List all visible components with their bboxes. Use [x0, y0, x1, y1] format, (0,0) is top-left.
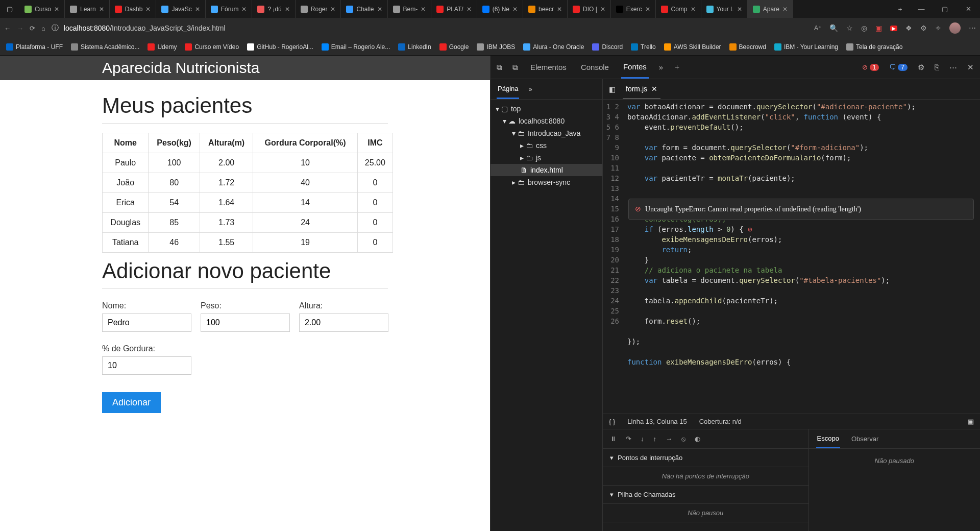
- browser-tab[interactable]: ? ¡dú✕: [252, 0, 295, 18]
- customize-icon[interactable]: ⎘: [935, 63, 939, 71]
- text-size-icon[interactable]: A⁺: [814, 25, 821, 32]
- new-tab-button[interactable]: ＋: [890, 0, 910, 18]
- browser-tab[interactable]: Your L✕: [701, 0, 748, 18]
- input-nome[interactable]: [102, 313, 191, 332]
- refresh-button[interactable]: ⟳: [30, 25, 35, 32]
- ext-icon-2[interactable]: ▣: [875, 24, 882, 32]
- navtab-more-icon[interactable]: »: [528, 85, 532, 93]
- tab-sources[interactable]: Fontes: [621, 56, 649, 79]
- ext-icon-3[interactable]: ▶: [890, 26, 897, 31]
- browser-tab[interactable]: JavaSc✕: [156, 0, 205, 18]
- input-peso[interactable]: [201, 313, 290, 332]
- read-aloud-icon[interactable]: 🔍: [829, 24, 838, 32]
- tree-folder[interactable]: ▾ 🗀 Introducao_Java: [491, 127, 602, 139]
- browser-tab[interactable]: Exerc✕: [611, 0, 656, 18]
- tab-console[interactable]: Console: [579, 57, 611, 78]
- menu-button[interactable]: ⋯: [969, 24, 976, 32]
- bookmark-item[interactable]: Email – Rogerio Ale...: [322, 43, 390, 51]
- bookmark-item[interactable]: Discord: [592, 43, 623, 51]
- bookmark-item[interactable]: Tela de gravação: [846, 43, 902, 51]
- bookmark-item[interactable]: AWS Skill Builder: [664, 43, 721, 51]
- step-icon[interactable]: →: [666, 435, 672, 443]
- bookmark-item[interactable]: GitHub - RogerioAl...: [247, 43, 313, 51]
- add-tab-icon[interactable]: ＋: [673, 62, 681, 72]
- error-tooltip: ⊘Uncaught TypeError: Cannot read propert…: [628, 199, 974, 220]
- error-count[interactable]: ⊘ 1: [862, 63, 879, 71]
- code-editor[interactable]: 1 2 3 4 5 6 7 8 9 10 11 12 13 14 15 16 1…: [603, 100, 980, 414]
- tab-actions-icon[interactable]: ▢: [0, 0, 19, 18]
- navtab-page[interactable]: Página: [497, 80, 519, 99]
- close-window-button[interactable]: ✕: [957, 0, 980, 18]
- tree-css[interactable]: ▸ 🗀 css: [491, 139, 602, 152]
- col-header: Peso(kg): [149, 133, 200, 153]
- device-toggle-icon[interactable]: ⧉: [497, 63, 502, 72]
- submit-button[interactable]: Adicionar: [102, 392, 161, 413]
- editor-tab-formjs[interactable]: form.js ✕: [623, 80, 660, 99]
- ext-icon-1[interactable]: ◎: [861, 24, 867, 32]
- ext-icon-4[interactable]: ❖: [905, 24, 912, 32]
- browser-tab[interactable]: (6) Ne✕: [477, 0, 523, 18]
- close-devtools-icon[interactable]: ✕: [967, 63, 974, 72]
- more-tabs-icon[interactable]: »: [659, 63, 663, 71]
- info-icon[interactable]: ⓘ: [52, 23, 59, 33]
- bookmark-item[interactable]: IBM - Your Learning: [774, 43, 838, 51]
- step-out-icon[interactable]: ↑: [653, 435, 657, 443]
- ext-icon-5[interactable]: ⚙: [920, 24, 927, 32]
- pause-icon[interactable]: ⏸: [610, 435, 617, 443]
- close-file-icon[interactable]: ✕: [651, 85, 657, 93]
- deactivate-bp-icon[interactable]: ⦸: [681, 435, 685, 443]
- warning-count[interactable]: 🗨 7: [889, 63, 908, 71]
- input-altura[interactable]: [299, 313, 388, 332]
- dock-icon[interactable]: ⧉: [512, 63, 518, 72]
- tab-scope[interactable]: Escopo: [816, 430, 840, 448]
- browser-tab[interactable]: Learn✕: [65, 0, 110, 18]
- bookmark-item[interactable]: LinkedIn: [398, 43, 431, 51]
- browser-tab[interactable]: Challe✕: [341, 0, 387, 18]
- bookmark-item[interactable]: Alura - One Oracle: [523, 43, 584, 51]
- tree-top[interactable]: ▾ ▢ top: [491, 103, 602, 115]
- browser-tab[interactable]: Fórum✕: [206, 0, 253, 18]
- back-button[interactable]: ←: [4, 25, 11, 32]
- breakpoints-header[interactable]: ▾ Pontos de interrupção: [603, 449, 808, 467]
- browser-tab[interactable]: beecr✕: [523, 0, 568, 18]
- browser-tab[interactable]: Curso✕: [19, 0, 65, 18]
- more-icon[interactable]: ⋯: [949, 63, 957, 72]
- profile-avatar[interactable]: [949, 22, 961, 34]
- minimize-button[interactable]: —: [910, 0, 933, 18]
- favorites-bar-icon[interactable]: ✧: [935, 24, 941, 32]
- favorite-icon[interactable]: ☆: [846, 24, 853, 32]
- browser-tab[interactable]: Bem-✕: [388, 0, 432, 18]
- bookmark-item[interactable]: Curso em Vídeo: [185, 43, 239, 51]
- bookmark-item[interactable]: Trello: [631, 43, 656, 51]
- bookmark-item[interactable]: Udemy: [148, 43, 177, 51]
- tab-watch[interactable]: Observar: [850, 430, 879, 447]
- browser-tab[interactable]: Apare✕: [748, 0, 793, 18]
- browser-tab[interactable]: DIO |✕: [568, 0, 611, 18]
- brackets-icon[interactable]: { }: [609, 418, 615, 425]
- pause-exceptions-icon[interactable]: ◐: [695, 435, 700, 443]
- tree-index[interactable]: 🗎 index.html: [491, 164, 602, 176]
- maximize-button[interactable]: ▢: [933, 0, 957, 18]
- input-gordura[interactable]: [102, 356, 191, 375]
- settings-icon[interactable]: ⚙: [918, 63, 924, 72]
- tree-js[interactable]: ▸ 🗀 js: [491, 152, 602, 164]
- tab-elements[interactable]: Elementos: [528, 57, 569, 78]
- tree-host[interactable]: ▾ ☁ localhost:8080: [491, 115, 602, 127]
- bookmark-item[interactable]: Beecrowd: [729, 43, 766, 51]
- bookmark-item[interactable]: IBM JOBS: [477, 43, 515, 51]
- status-ext-icon[interactable]: ▣: [968, 418, 974, 425]
- browser-tab[interactable]: Comp✕: [656, 0, 701, 18]
- browser-tab[interactable]: PLAT/✕: [431, 0, 477, 18]
- bookmark-item[interactable]: Plataforma - UFF: [6, 43, 63, 51]
- toggle-nav-icon[interactable]: ◧: [609, 85, 616, 93]
- step-over-icon[interactable]: ↷: [626, 435, 631, 443]
- address-bar[interactable]: ⓘ localhost:8080/Introducao_JavaScript_3…: [52, 23, 808, 33]
- tree-browsersync[interactable]: ▸ 🗀 browser-sync: [491, 176, 602, 188]
- browser-tab[interactable]: Dashb✕: [110, 0, 157, 18]
- browser-tab[interactable]: Roger✕: [296, 0, 341, 18]
- home-button[interactable]: ⌂: [41, 25, 45, 32]
- bookmark-item[interactable]: Google: [439, 43, 469, 51]
- step-into-icon[interactable]: ↓: [641, 435, 644, 443]
- callstack-header[interactable]: ▾ Pilha de Chamadas: [603, 486, 808, 504]
- bookmark-item[interactable]: Sistema Acadêmico...: [71, 43, 139, 51]
